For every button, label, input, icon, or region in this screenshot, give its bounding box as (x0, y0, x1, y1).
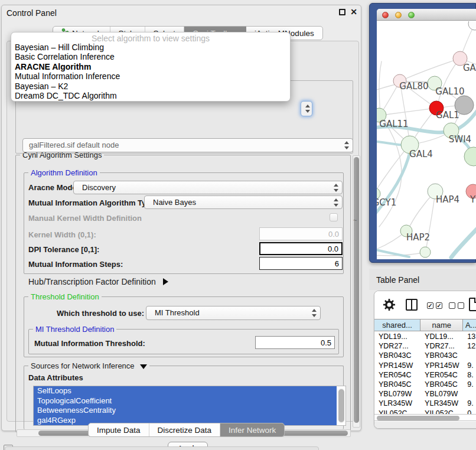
mi-algorithm-type-combo[interactable]: Naive Bayes (144, 195, 343, 209)
checked-checkbox-icon[interactable]: ✓ (427, 302, 433, 309)
table-header-row: shared...nameA... (374, 319, 476, 331)
table-row[interactable]: YDL19...YDL19...13 (374, 332, 476, 341)
tab-discretize-data[interactable]: Discretize Data (149, 423, 221, 436)
algorithm-option-basic-correlation-inference[interactable]: Basic Correlation Inference (11, 52, 290, 61)
table-cell: YBR045C (374, 380, 420, 389)
node-unlabeled-top[interactable] (468, 21, 476, 30)
minimize-traffic-icon[interactable] (395, 12, 402, 18)
table-horizontal-scrollbar[interactable] (374, 414, 476, 421)
tab-infer-network-label: Infer Network (229, 426, 276, 435)
table-cell: YER054C (420, 370, 463, 380)
mi-threshold-input[interactable] (255, 336, 335, 349)
hub-definition-expander[interactable]: Hub/Transcription Factor Definition (28, 277, 168, 286)
aracne-mode-label: Aracne Mode: (28, 183, 79, 192)
network-view-titlebar[interactable] (377, 9, 476, 21)
expander-collapsed-icon (163, 278, 168, 285)
column-visibility-icon[interactable] (406, 299, 418, 311)
mi-steps-input[interactable] (259, 257, 343, 270)
table-panel-title: Table Panel (376, 275, 419, 285)
node-label-hap4: HAP4 (436, 194, 459, 205)
algorithm-option-bayesian-hill-climbing[interactable]: Bayesian – Hill Climbing (11, 43, 290, 52)
table-cell: YIL052C (420, 409, 463, 415)
table-row[interactable]: YLR345WYLR345W9. (374, 399, 476, 408)
scrollbar-thumb[interactable] (338, 389, 344, 422)
column-header-name[interactable]: name (420, 319, 463, 331)
unchecked-checkbox-icon[interactable] (458, 302, 464, 309)
table-cell: YER054C (374, 370, 420, 380)
attribute-item-topologicalcoefficient[interactable]: TopologicalCoefficient (34, 396, 337, 406)
scrollbar-thumb[interactable] (377, 416, 459, 420)
network-edge[interactable] (379, 115, 402, 227)
network-edge[interactable] (379, 61, 382, 115)
column-header-shared[interactable]: shared... (374, 319, 420, 331)
network-edge[interactable] (382, 108, 436, 115)
attribute-list-scrollbar[interactable] (338, 388, 344, 423)
table-row[interactable]: YBR043CYBR043C (374, 351, 476, 360)
scrollbar-thumb[interactable] (354, 157, 359, 423)
algorithm-option-mutual-information-inference[interactable]: Mutual Information Inference (11, 71, 290, 81)
table-cell: 0. (463, 409, 476, 415)
table-cell: YLR345W (374, 399, 420, 408)
table-row[interactable]: YPR145WYPR145W9. (374, 361, 476, 370)
checked-checkbox-icon[interactable]: ✓ (436, 302, 442, 309)
node-green-right[interactable] (464, 147, 476, 166)
network-view-frame[interactable]: GAL2GAL80GAL10GAL1GAL11SWI4GAL4GCY1HAP4Y… (369, 3, 476, 263)
cyni-mode-tabbar: Impute DataDiscretize DataInfer Network (88, 423, 285, 437)
mi-algorithm-type-label: Mutual Information Algorithm Type: (28, 198, 158, 207)
node-bottom-small[interactable] (420, 247, 431, 257)
aracne-mode-combo[interactable]: Discovery (73, 181, 343, 194)
table-data-combo[interactable]: galFiltered.sif default node (22, 138, 353, 152)
unchecked-checkbox-icon[interactable] (449, 302, 455, 309)
combo-stepper-icon (344, 141, 349, 149)
algorithm-combo-focused-end[interactable] (301, 101, 312, 116)
algorithm-option-dream8-dc-tdc-algorithm[interactable]: Dream8 DC_TDC Algorithm (11, 91, 290, 100)
zoom-traffic-icon[interactable] (408, 12, 415, 18)
algorithm-dropdown-placeholder: Select algorithm to view settings (11, 32, 290, 43)
table-cell: YPR145W (420, 361, 463, 370)
table-cell: YDL19... (420, 332, 463, 341)
splitpane-handle[interactable]: ~ (353, 217, 357, 224)
node-label-y: Y (470, 194, 476, 205)
gear-icon[interactable] (383, 299, 395, 313)
table-cell: YBR043C (420, 351, 463, 360)
network-edge[interactable] (451, 226, 476, 257)
algorithm-option-aracne-algorithm[interactable]: ARACNE Algorithm (11, 62, 290, 71)
settings-vertical-scrollbar[interactable] (353, 155, 360, 428)
table-row[interactable]: YIL052CYIL052C0. (374, 409, 476, 415)
export-table-icon[interactable] (469, 298, 476, 311)
attribute-item-selfloops[interactable]: SelfLoops (34, 386, 337, 396)
table-cell: 9. (463, 361, 476, 370)
mi-threshold-definition-title: MI Threshold Definition (33, 325, 116, 334)
table-rows: YDL19...YDL19...13YDR27...YDR27...12YBR0… (374, 332, 476, 414)
kernel-width-label: Kernel Width (0,1): (28, 230, 96, 239)
table-panel-footer (374, 422, 476, 429)
close-traffic-icon[interactable] (382, 12, 389, 18)
float-window-icon[interactable] (339, 9, 345, 15)
close-icon[interactable]: ✕ (350, 7, 357, 17)
manual-kernel-width-checkbox[interactable] (330, 213, 338, 221)
hub-definition-label: Hub/Transcription Factor Definition (28, 277, 156, 286)
algorithm-definition-title: Algorithm Definition (28, 168, 100, 177)
algorithm-dropdown-popup: Select algorithm to view settings Bayesi… (11, 32, 291, 102)
table-cell: YDL19... (374, 332, 420, 341)
table-row[interactable]: YBR045CYBR045C9. (374, 380, 476, 389)
column-header-a[interactable]: A... (463, 319, 476, 331)
table-row[interactable]: YER054CYER054C8. (374, 370, 476, 380)
network-canvas[interactable]: GAL2GAL80GAL10GAL1GAL11SWI4GAL4GCY1HAP4Y… (377, 21, 476, 259)
manual-kernel-width-label: Manual Kernel Width Definition (28, 214, 142, 223)
table-row[interactable]: YDR27...YDR27...12 (374, 341, 476, 351)
which-threshold-combo[interactable]: MI Threshold (146, 306, 321, 320)
dpi-tolerance-input[interactable] (259, 242, 343, 255)
tab-impute-data-label: Impute Data (97, 426, 141, 435)
sources-title[interactable]: Sources for Network Inference (28, 361, 149, 370)
tab-impute-data[interactable]: Impute Data (89, 423, 149, 436)
data-attributes-list[interactable]: SelfLoopsTopologicalCoefficientBetweenne… (33, 386, 346, 426)
table-row[interactable]: YBL079WYBL079W (374, 389, 476, 399)
table-cell: YDR27... (374, 341, 420, 351)
algorithm-option-bayesian-k2[interactable]: Bayesian – K2 (11, 81, 290, 91)
combo-stepper-icon (333, 184, 338, 192)
attribute-item-betweennesscentrality[interactable]: BetweennessCentrality (34, 406, 337, 416)
node-label-gal4: GAL4 (409, 149, 433, 159)
tab-infer-network[interactable]: Infer Network (220, 423, 284, 436)
combo-stepper-icon (311, 309, 317, 317)
